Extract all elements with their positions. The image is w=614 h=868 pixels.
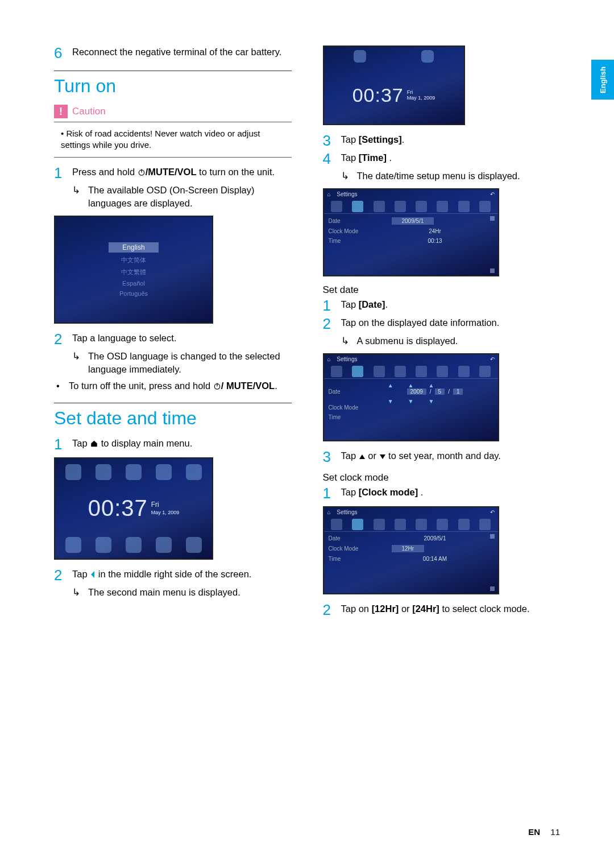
lang-selected: English [109,242,158,253]
menu-icon [96,537,111,553]
power-icon [138,168,146,176]
date-edit-screenshot: ⌂ Settings↶ ▲▲▲ Date 2009 / 5 / 1 ▼▼▼ Cl… [323,353,499,441]
tab-icon [374,201,385,212]
step-number: 2 [323,316,333,331]
step-text: Tap [Time] . [341,151,561,166]
tab-icon [331,366,342,377]
dualzone-icon [421,50,434,63]
setclock-step-1: 1 Tap [Clock mode] . [323,486,561,501]
caution-divider [54,122,292,122]
page-footer: EN 11 [528,827,560,837]
step-text: Tap a language to select. [72,332,292,346]
step-6: 6 Reconnect the negative terminal of the… [54,46,292,60]
settings-icon [354,50,366,63]
down-triangle-icon [379,453,386,460]
tab-icon [458,366,470,377]
menu-icon [156,537,172,553]
setclock-step-2: 2 Tap on [12Hr] or [24Hr] to select cloc… [323,602,561,617]
time-settings-screenshot-1: ⌂ Settings↶ Date2009/5/1 Clock Mode24Hr … [323,188,499,276]
up-triangle-icon [359,453,366,460]
step-text: Reconnect the negative terminal of the c… [72,46,292,60]
second-menu-screenshot: 00:37 FriMay 1, 2009 [323,46,465,125]
tab-icon [395,519,406,530]
step-number: 2 [54,568,64,582]
step-number: 1 [323,298,333,313]
page-content: 6 Reconnect the negative terminal of the… [0,0,614,655]
step-number: 6 [54,46,64,60]
subhead-set-date: Set date [323,284,561,296]
step-number: 4 [323,151,333,166]
lang-option: 中文简体 [121,256,146,264]
tab-icon [395,201,406,212]
turnon-step-2: 2 Tap a language to select. [54,332,292,346]
arrow-icon: ↳ [72,350,82,376]
step-text: Press and hold /MUTE/VOL to turn on the … [72,166,292,180]
menu-icon [186,464,202,480]
section-divider [54,403,292,403]
step-text: Tap on the displayed date information. [341,316,561,331]
tab-icon [458,519,470,530]
step-text: Tap to display main menu. [72,437,292,452]
back-icon: ↶ [490,191,495,197]
step-number: 3 [323,133,333,148]
language-select-screenshot: English 中文简体 中文繁體 Español Português [54,216,213,324]
setdate-step-2: 2 Tap on the displayed date information. [323,316,561,331]
section-turn-on: Turn on [54,76,292,97]
step-number: 3 [323,449,333,464]
tab-icon [352,519,363,530]
tab-icon [352,366,363,377]
turn-off-note: • To turn off the unit, press and hold /… [54,379,292,392]
setdate-step-1: 1 Tap [Date]. [323,298,561,313]
sdt-step-1: 1 Tap to display main menu. [54,437,292,452]
menu-icon [96,464,111,480]
left-column: 6 Reconnect the negative terminal of the… [54,46,292,621]
clock-time: 00:37 [352,84,404,106]
result-arrow: ↳ The date/time setup menu is displayed. [323,170,561,183]
sdt-step-2: 2 Tap in the middle right side of the sc… [54,568,292,582]
caution-header: ! Caution [54,105,292,118]
step-text: Tap on [12Hr] or [24Hr] to select clock … [341,602,561,617]
result-arrow: ↳ The available OSD (On-Screen Display) … [54,184,292,210]
step-number: 1 [323,486,333,501]
clock-mode-screenshot: ⌂ Settings↶ Date2009/5/1 Clock Mode12Hr … [323,506,499,594]
step-number: 2 [323,602,333,617]
tab-icon [479,201,491,212]
tab-icon [395,366,406,377]
result-arrow: ↳ The second main menu is displayed. [54,586,292,599]
menu-icon [126,537,142,553]
subhead-set-clock-mode: Set clock mode [323,472,561,483]
home-mini-icon: ⌂ [327,509,331,515]
step-number: 1 [54,437,64,452]
back-icon: ↶ [490,356,495,362]
tab-icon [437,366,448,377]
arrow-icon: ↳ [72,586,82,599]
tab-icon [374,366,385,377]
result-arrow: ↳ A submenu is displayed. [323,334,561,348]
tab-icon [331,201,342,212]
menu-icon [156,464,172,480]
footer-lang: EN [528,827,540,837]
tab-icon [437,201,448,212]
tab-icon [416,201,427,212]
section-divider [54,71,292,71]
down-triangles: ▼▼▼ [326,398,496,404]
left-tab-icon [90,571,96,578]
menu-icon [126,464,142,480]
result-arrow: ↳ The OSD language is changed to the sel… [54,350,292,376]
lang-option: Español [122,280,145,287]
back-icon: ↶ [490,509,495,515]
tab-icon [437,519,448,530]
tab-icon [458,201,470,212]
home-mini-icon: ⌂ [327,191,331,197]
home-mini-icon: ⌂ [327,356,331,362]
scroll-down-icon [490,586,495,591]
menu-icon [65,464,81,480]
caution-body: • Risk of road accidents! Never watch vi… [54,126,292,157]
step-text: Tap [Settings]. [341,133,561,148]
caution-title: Caution [72,106,106,117]
arrow-icon: ↳ [341,170,351,183]
menu-icon [65,537,81,553]
language-side-tab: English [591,60,614,100]
right-column: 00:37 FriMay 1, 2009 3 Tap [Settings]. 4… [323,46,561,621]
step-3: 3 Tap [Settings]. [323,133,561,148]
